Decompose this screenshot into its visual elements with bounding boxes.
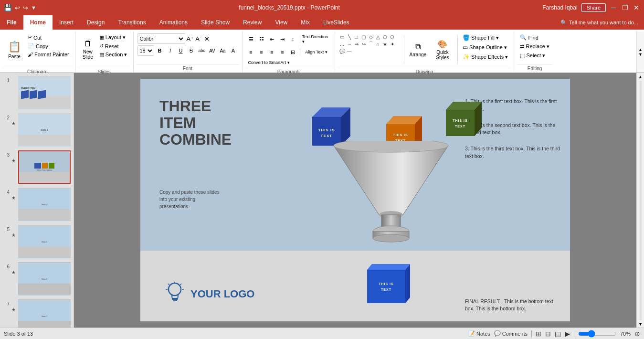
tab-view[interactable]: View bbox=[268, 15, 294, 30]
column-button[interactable]: ⊟ bbox=[288, 47, 298, 57]
font-size-select[interactable]: 18 bbox=[137, 45, 154, 56]
shape-star[interactable]: ★ bbox=[382, 41, 389, 47]
shape-triangle[interactable]: △ bbox=[375, 33, 381, 40]
scroll-down-button[interactable]: ▼ bbox=[638, 320, 643, 328]
tab-design[interactable]: Design bbox=[80, 15, 111, 30]
align-left-button[interactable]: ≡ bbox=[246, 47, 256, 57]
slide-thumb-3[interactable]: THREE ITEM COMBINE bbox=[18, 150, 71, 184]
close-button[interactable]: ✕ bbox=[633, 4, 640, 11]
shape-rect2[interactable]: □ bbox=[353, 33, 360, 40]
tab-insert[interactable]: Insert bbox=[53, 15, 80, 30]
shape-callout[interactable]: 💬 bbox=[339, 48, 346, 54]
canvas-area[interactable]: THREE ITEM COMBINE Copy and paste these … bbox=[74, 73, 636, 328]
slideshow-button[interactable]: ▶ bbox=[565, 330, 570, 338]
tab-transitions[interactable]: Transitions bbox=[111, 15, 152, 30]
slide-thumb-6[interactable]: Slide 6 bbox=[18, 262, 71, 296]
tab-liveslides[interactable]: LiveSlides bbox=[317, 15, 356, 30]
text-direction-button[interactable]: Text Direction ▾ bbox=[302, 34, 331, 44]
clear-format-icon[interactable]: ✕ bbox=[204, 35, 210, 42]
svg-marker-22 bbox=[367, 264, 410, 270]
shape-more[interactable]: … bbox=[339, 41, 346, 47]
increase-indent-button[interactable]: ⇥ bbox=[278, 34, 287, 44]
shape-round-rect[interactable]: ▢ bbox=[360, 33, 367, 40]
comments-button[interactable]: 💬 Comments bbox=[494, 330, 528, 337]
fit-slide-button[interactable]: ⊕ bbox=[634, 330, 640, 338]
copy-button[interactable]: 📄 Copy bbox=[26, 42, 71, 50]
shape-arrow2[interactable]: ⇒ bbox=[353, 41, 360, 47]
strikethrough-button[interactable]: S bbox=[187, 46, 196, 55]
slide-thumb-2[interactable]: Slide 2 bbox=[18, 113, 71, 147]
shape-fill-button[interactable]: 🪣 Shape Fill ▾ bbox=[461, 33, 510, 42]
font-size-down-icon[interactable]: A⁻ bbox=[195, 35, 203, 42]
shape-line[interactable]: ╲ bbox=[346, 33, 353, 40]
minimize-button[interactable]: ─ bbox=[610, 4, 617, 11]
new-slide-button[interactable]: 🗒 NewSlide bbox=[79, 33, 96, 66]
shape-outline-button[interactable]: ▭ Shape Outline ▾ bbox=[461, 43, 510, 52]
app-save-icon[interactable]: 💾 bbox=[4, 4, 12, 11]
shape-burst[interactable]: ✦ bbox=[389, 41, 396, 47]
align-center-button[interactable]: ≡ bbox=[257, 47, 266, 57]
shape-pentagon[interactable]: ⬠ bbox=[382, 33, 389, 40]
slide-thumb-7[interactable]: Slide 7 bbox=[18, 299, 71, 328]
slide-thumb-1[interactable]: THREE ITEM bbox=[18, 76, 71, 109]
quick-styles-button[interactable]: 🎨 QuickStyles bbox=[431, 33, 454, 66]
slide-sorter-button[interactable]: ⊟ bbox=[545, 330, 551, 338]
shape-effects-button[interactable]: ✨ Shape Effects ▾ bbox=[461, 53, 510, 61]
shape-curve[interactable]: ⌒ bbox=[368, 41, 374, 47]
slide-thumb-5[interactable]: Slide 5 bbox=[18, 225, 71, 258]
line-spacing-button[interactable]: ↕ bbox=[288, 34, 298, 44]
shape-arc[interactable]: ∩ bbox=[375, 41, 381, 47]
zoom-slider[interactable] bbox=[578, 330, 616, 337]
tab-mix[interactable]: Mix bbox=[294, 15, 317, 30]
tell-me[interactable]: 🔍 Tell me what you want to do... bbox=[555, 15, 644, 30]
tab-review[interactable]: Review bbox=[236, 15, 268, 30]
redo-icon[interactable]: ↪ bbox=[23, 4, 28, 11]
find-button[interactable]: 🔍 Find bbox=[518, 33, 540, 42]
slide-thumb-4[interactable]: Slide 4 bbox=[18, 188, 71, 221]
font-size-up-icon[interactable]: A⁺ bbox=[187, 35, 194, 42]
shape-arrow3[interactable]: ↪ bbox=[360, 41, 367, 47]
format-painter-button[interactable]: 🖌 Format Painter bbox=[26, 51, 71, 58]
bold-button[interactable]: B bbox=[155, 46, 165, 55]
reset-button[interactable]: ↺ Reset bbox=[97, 42, 129, 50]
shape-line2[interactable]: — bbox=[346, 48, 353, 54]
normal-view-button[interactable]: ⊞ bbox=[536, 330, 541, 338]
shadow-button[interactable]: abc bbox=[197, 46, 207, 55]
convert-smartart-button[interactable]: Convert to SmartArt ▾ bbox=[246, 59, 292, 66]
scroll-up-button[interactable]: ▲ bbox=[638, 73, 643, 81]
italic-button[interactable]: I bbox=[166, 46, 175, 55]
section-button[interactable]: ▤ Section ▾ bbox=[97, 51, 129, 59]
shape-hex[interactable]: ⬡ bbox=[389, 33, 396, 40]
align-text-button[interactable]: Align Text ▾ bbox=[302, 47, 331, 57]
ribbon-scroll-arrow[interactable]: ▲ ▼ bbox=[636, 32, 644, 72]
char-spacing-button[interactable]: AV bbox=[208, 46, 217, 55]
underline-button[interactable]: U bbox=[176, 46, 186, 55]
tab-animations[interactable]: Animations bbox=[153, 15, 194, 30]
align-right-button[interactable]: ≡ bbox=[267, 47, 277, 57]
arrange-button[interactable]: ⧉ Arrange bbox=[407, 33, 429, 66]
tab-file[interactable]: File bbox=[0, 15, 23, 30]
reading-view-button[interactable]: ▤ bbox=[555, 330, 561, 338]
share-button[interactable]: Share bbox=[581, 3, 606, 12]
restore-button[interactable]: ❐ bbox=[621, 4, 629, 11]
undo-icon[interactable]: ↩ bbox=[15, 4, 20, 11]
quick-access-icon[interactable]: ▼ bbox=[31, 5, 36, 11]
decrease-indent-button[interactable]: ⇤ bbox=[267, 34, 277, 44]
numbered-list-button[interactable]: ☷ bbox=[257, 34, 266, 44]
shape-arrow1[interactable]: → bbox=[346, 41, 353, 47]
bullet-list-button[interactable]: ☰ bbox=[246, 34, 256, 44]
case-button[interactable]: Aa bbox=[218, 46, 228, 55]
notes-button[interactable]: 📝 Notes bbox=[468, 330, 490, 337]
tab-home[interactable]: Home bbox=[23, 15, 53, 30]
paste-button[interactable]: 📋 Paste bbox=[4, 33, 25, 66]
shape-diamond[interactable]: ◇ bbox=[368, 33, 374, 40]
font-name-select[interactable]: Calibri bbox=[137, 33, 185, 44]
font-color-button[interactable]: A bbox=[229, 46, 238, 55]
tab-slideshow[interactable]: Slide Show bbox=[194, 15, 236, 30]
justify-button[interactable]: ≡ bbox=[278, 47, 287, 57]
layout-button[interactable]: ▦ Layout ▾ bbox=[97, 33, 129, 42]
shape-rect[interactable]: ▭ bbox=[339, 33, 346, 40]
select-button[interactable]: ⬚ Select ▾ bbox=[518, 52, 547, 60]
replace-button[interactable]: ⇄ Replace ▾ bbox=[518, 42, 551, 51]
cut-button[interactable]: ✂ Cut bbox=[26, 33, 71, 42]
